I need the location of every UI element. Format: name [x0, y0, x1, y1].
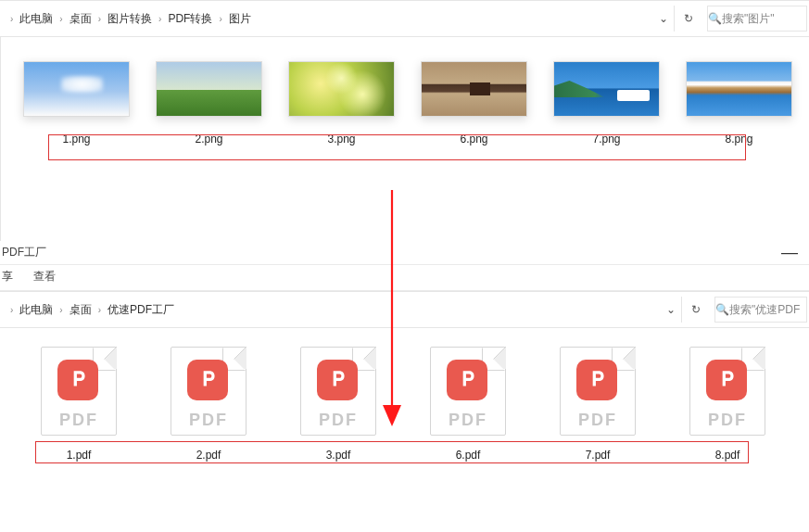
pdf-thumbnail: PDF: [689, 347, 765, 436]
file-name: 1.pdf: [67, 449, 92, 462]
file-item[interactable]: 6.png: [421, 61, 527, 146]
file-item[interactable]: 8.png: [686, 61, 792, 146]
breadcrumb-top[interactable]: › 此电脑 › 桌面 › 图片转换 › PDF转换 › 图片: [0, 5, 653, 32]
file-pane-images: 1.png 2.png 3.png 6.png 7.png 8.png: [0, 37, 809, 241]
file-item[interactable]: PDF 8.pdf: [686, 347, 769, 462]
crumb[interactable]: 此电脑: [19, 11, 53, 27]
pdf-badge-icon: [57, 360, 98, 400]
chevron-right-icon: ›: [7, 14, 16, 24]
ribbon-tabs: 享 查看: [0, 265, 809, 291]
file-item[interactable]: 2.png: [156, 61, 262, 146]
refresh-icon: ↻: [691, 303, 701, 316]
chevron-right-icon: ›: [57, 14, 65, 24]
file-item[interactable]: PDF 7.pdf: [556, 347, 639, 462]
file-grid-pdfs: PDF 1.pdf PDF 2.pdf PDF 3.pdf: [0, 328, 809, 462]
search-icon: 🔍: [715, 303, 729, 316]
file-name: 6.png: [460, 133, 487, 146]
chevron-right-icon: ›: [216, 14, 224, 24]
pdf-badge-icon: [706, 360, 747, 400]
chevron-right-icon: ›: [95, 14, 104, 24]
file-item[interactable]: PDF 3.pdf: [297, 347, 380, 462]
crumb[interactable]: 图片转换: [107, 11, 152, 27]
image-thumbnail: [553, 61, 660, 117]
search-input[interactable]: [729, 303, 809, 316]
pdf-ext-label: PDF: [171, 411, 246, 430]
crumb[interactable]: 优速PDF工厂: [107, 302, 174, 318]
history-dropdown-button[interactable]: ⌄: [653, 6, 674, 32]
minimize-button[interactable]: —: [776, 243, 803, 262]
file-name: 2.png: [195, 133, 222, 146]
pdf-ext-label: PDF: [430, 411, 506, 430]
file-name: 3.png: [327, 133, 355, 146]
file-item[interactable]: PDF 6.pdf: [426, 347, 510, 462]
pdf-ext-label: PDF: [560, 411, 636, 430]
file-name: 6.pdf: [456, 449, 481, 462]
chevron-right-icon: ›: [95, 305, 104, 315]
file-name: 7.pdf: [586, 449, 611, 462]
pdf-thumbnail: PDF: [430, 347, 506, 436]
chevron-down-icon: ⌄: [666, 303, 676, 316]
file-item[interactable]: 1.png: [23, 61, 130, 146]
file-name: 3.pdf: [326, 449, 351, 462]
image-thumbnail: [421, 61, 527, 117]
pdf-thumbnail: PDF: [171, 347, 246, 436]
history-dropdown-button[interactable]: ⌄: [661, 297, 681, 323]
pdf-thumbnail: PDF: [560, 347, 636, 436]
address-bar-bottom: › 此电脑 › 桌面 › 优速PDF工厂 ⌄ ↻ 🔍: [0, 291, 809, 328]
file-name: 8.png: [725, 133, 752, 146]
chevron-right-icon: ›: [57, 305, 65, 315]
file-item[interactable]: PDF 2.pdf: [167, 347, 250, 462]
crumb[interactable]: 图片: [229, 11, 251, 27]
pdf-badge-icon: [576, 360, 617, 400]
search-box-top[interactable]: 🔍: [707, 6, 807, 32]
breadcrumb-bottom[interactable]: › 此电脑 › 桌面 › 优速PDF工厂: [0, 296, 661, 323]
image-thumbnail: [23, 61, 130, 117]
window-title-bar: PDF工厂 —: [0, 241, 809, 265]
chevron-right-icon: ›: [7, 305, 16, 315]
search-icon: 🔍: [708, 12, 722, 25]
search-input[interactable]: [722, 12, 809, 25]
ribbon-tab[interactable]: 享: [2, 269, 13, 285]
crumb[interactable]: PDF转换: [168, 11, 212, 27]
pdf-badge-icon: [447, 360, 487, 400]
pdf-ext-label: PDF: [41, 411, 117, 430]
refresh-button[interactable]: ↻: [674, 6, 702, 32]
crumb[interactable]: 桌面: [70, 11, 92, 27]
search-box-bottom[interactable]: 🔍: [714, 297, 807, 323]
file-item[interactable]: PDF 1.pdf: [37, 347, 120, 462]
pdf-badge-icon: [187, 360, 228, 400]
file-item[interactable]: 7.png: [553, 61, 660, 146]
file-name: 7.png: [592, 133, 620, 146]
crumb[interactable]: 桌面: [70, 302, 92, 318]
refresh-button[interactable]: ↻: [681, 297, 709, 323]
pdf-thumbnail: PDF: [41, 347, 117, 436]
ribbon-tab[interactable]: 查看: [33, 269, 56, 285]
pdf-ext-label: PDF: [300, 411, 376, 430]
image-thumbnail: [686, 61, 792, 117]
pdf-ext-label: PDF: [689, 411, 765, 430]
window-title: PDF工厂: [2, 245, 46, 260]
chevron-down-icon: ⌄: [659, 12, 668, 25]
pdf-thumbnail: PDF: [300, 347, 376, 436]
file-name: 2.pdf: [196, 449, 221, 462]
image-thumbnail: [156, 61, 262, 117]
file-name: 1.png: [62, 133, 90, 146]
file-item[interactable]: 3.png: [288, 61, 395, 146]
pdf-badge-icon: [317, 360, 358, 400]
file-name: 8.pdf: [715, 449, 740, 462]
refresh-icon: ↻: [684, 12, 693, 25]
image-thumbnail: [288, 61, 395, 117]
file-grid-images: 1.png 2.png 3.png 6.png 7.png 8.png: [1, 37, 809, 146]
file-pane-pdfs: PDF 1.pdf PDF 2.pdf PDF 3.pdf: [0, 328, 809, 527]
chevron-right-icon: ›: [156, 14, 164, 24]
crumb[interactable]: 此电脑: [19, 302, 53, 318]
address-bar-top: › 此电脑 › 桌面 › 图片转换 › PDF转换 › 图片 ⌄ ↻ 🔍: [0, 0, 809, 37]
